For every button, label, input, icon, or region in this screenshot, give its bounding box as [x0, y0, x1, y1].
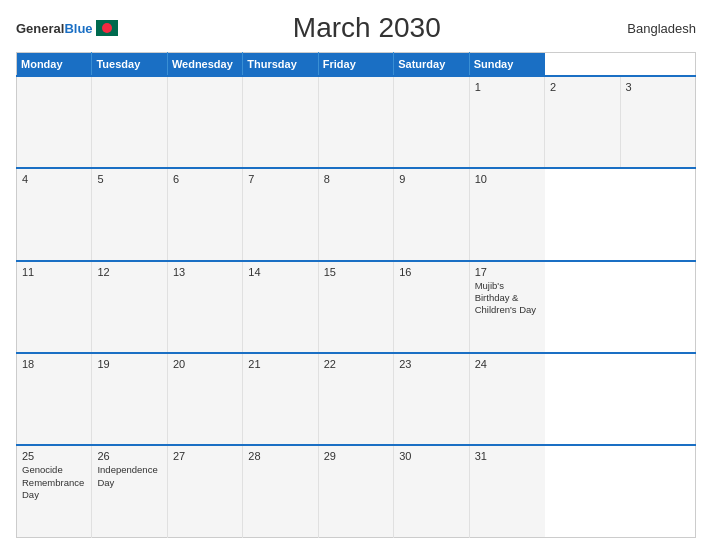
day-number: 18 [22, 358, 86, 370]
calendar-cell: 1 [469, 76, 544, 168]
event-label: Mujib's Birthday & Children's Day [475, 280, 540, 317]
calendar-row: 25Genocide Remembrance Day26Independence… [17, 445, 696, 537]
day-number: 7 [248, 173, 312, 185]
calendar-cell: 5 [92, 168, 167, 260]
country-label: Bangladesh [616, 21, 696, 36]
calendar-page: General Blue March 2030 Bangladesh Monda… [0, 0, 712, 550]
day-number: 13 [173, 266, 237, 278]
logo: General Blue [16, 20, 118, 36]
day-number: 22 [324, 358, 388, 370]
calendar-cell [318, 76, 393, 168]
calendar-row: 123 [17, 76, 696, 168]
calendar-cell: 17Mujib's Birthday & Children's Day [469, 261, 544, 353]
day-number: 19 [97, 358, 161, 370]
day-number: 10 [475, 173, 540, 185]
calendar-cell: 2 [545, 76, 620, 168]
calendar-cell: 9 [394, 168, 469, 260]
calendar-header: General Blue March 2030 Bangladesh [16, 12, 696, 44]
event-label: Genocide Remembrance Day [22, 464, 86, 501]
calendar-cell: 26Independence Day [92, 445, 167, 537]
weekday-sunday: Sunday [469, 53, 544, 77]
weekday-thursday: Thursday [243, 53, 318, 77]
day-number: 24 [475, 358, 540, 370]
day-number: 2 [550, 81, 614, 93]
calendar-cell: 22 [318, 353, 393, 445]
day-number: 15 [324, 266, 388, 278]
day-number: 26 [97, 450, 161, 462]
day-number: 11 [22, 266, 86, 278]
calendar-row: 18192021222324 [17, 353, 696, 445]
calendar-cell: 11 [17, 261, 92, 353]
calendar-cell: 7 [243, 168, 318, 260]
calendar-cell: 20 [167, 353, 242, 445]
day-number: 28 [248, 450, 312, 462]
calendar-cell [167, 76, 242, 168]
calendar-row: 11121314151617Mujib's Birthday & Childre… [17, 261, 696, 353]
day-number: 3 [626, 81, 691, 93]
calendar-cell: 12 [92, 261, 167, 353]
calendar-cell: 25Genocide Remembrance Day [17, 445, 92, 537]
day-number: 21 [248, 358, 312, 370]
day-number: 14 [248, 266, 312, 278]
calendar-cell: 27 [167, 445, 242, 537]
weekday-monday: Monday [17, 53, 92, 77]
day-number: 8 [324, 173, 388, 185]
calendar-cell: 6 [167, 168, 242, 260]
svg-point-1 [102, 23, 112, 33]
calendar-cell: 14 [243, 261, 318, 353]
calendar-cell: 28 [243, 445, 318, 537]
calendar-cell: 24 [469, 353, 544, 445]
day-number: 9 [399, 173, 463, 185]
calendar-cell: 10 [469, 168, 544, 260]
logo-flag-icon [96, 20, 118, 36]
day-number: 16 [399, 266, 463, 278]
weekday-wednesday: Wednesday [167, 53, 242, 77]
day-number: 27 [173, 450, 237, 462]
calendar-cell: 3 [620, 76, 696, 168]
day-number: 20 [173, 358, 237, 370]
calendar-cell: 18 [17, 353, 92, 445]
calendar-table: Monday Tuesday Wednesday Thursday Friday… [16, 52, 696, 538]
weekday-tuesday: Tuesday [92, 53, 167, 77]
calendar-cell [243, 76, 318, 168]
day-number: 23 [399, 358, 463, 370]
calendar-cell: 13 [167, 261, 242, 353]
calendar-cell: 23 [394, 353, 469, 445]
day-number: 6 [173, 173, 237, 185]
day-number: 29 [324, 450, 388, 462]
day-number: 31 [475, 450, 540, 462]
day-number: 4 [22, 173, 86, 185]
calendar-cell: 29 [318, 445, 393, 537]
weekday-saturday: Saturday [394, 53, 469, 77]
day-number: 25 [22, 450, 86, 462]
calendar-cell: 8 [318, 168, 393, 260]
weekday-header-row: Monday Tuesday Wednesday Thursday Friday… [17, 53, 696, 77]
calendar-cell [394, 76, 469, 168]
calendar-cell: 4 [17, 168, 92, 260]
logo-blue-text: Blue [64, 21, 92, 36]
calendar-cell [17, 76, 92, 168]
calendar-cell: 30 [394, 445, 469, 537]
day-number: 17 [475, 266, 540, 278]
event-label: Independence Day [97, 464, 161, 489]
day-number: 5 [97, 173, 161, 185]
calendar-cell: 21 [243, 353, 318, 445]
day-number: 30 [399, 450, 463, 462]
calendar-row: 45678910 [17, 168, 696, 260]
calendar-cell: 16 [394, 261, 469, 353]
calendar-cell [92, 76, 167, 168]
day-number: 1 [475, 81, 539, 93]
logo-general-text: General [16, 21, 64, 36]
day-number: 12 [97, 266, 161, 278]
calendar-cell: 31 [469, 445, 544, 537]
calendar-cell: 19 [92, 353, 167, 445]
calendar-cell: 15 [318, 261, 393, 353]
weekday-friday: Friday [318, 53, 393, 77]
calendar-title: March 2030 [118, 12, 616, 44]
